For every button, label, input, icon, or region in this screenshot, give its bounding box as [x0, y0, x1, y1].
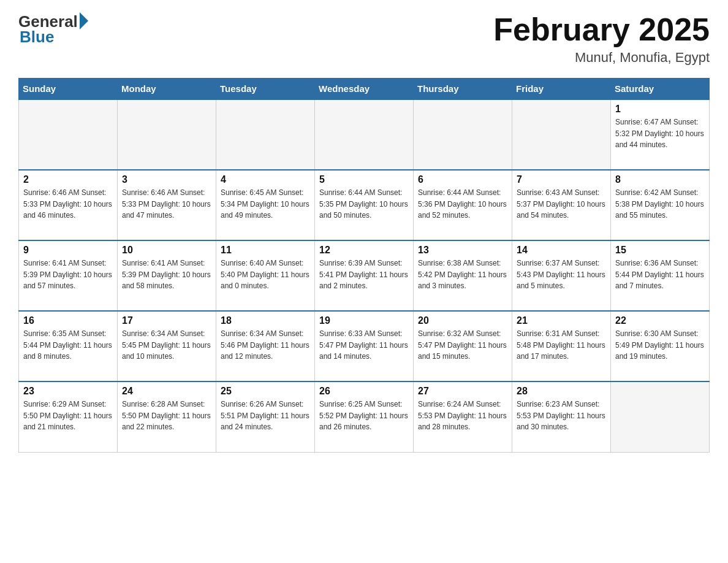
- calendar-cell: 2Sunrise: 6:46 AM Sunset: 5:33 PM Daylig…: [19, 170, 118, 240]
- day-info: Sunrise: 6:45 AM Sunset: 5:34 PM Dayligh…: [221, 187, 310, 221]
- day-number: 8: [615, 174, 705, 185]
- day-info: Sunrise: 6:33 AM Sunset: 5:47 PM Dayligh…: [319, 328, 409, 362]
- month-title: February 2025: [493, 12, 710, 47]
- day-info: Sunrise: 6:40 AM Sunset: 5:40 PM Dayligh…: [221, 258, 310, 292]
- calendar-cell: 22Sunrise: 6:30 AM Sunset: 5:49 PM Dayli…: [611, 311, 710, 381]
- weekday-header-row: SundayMondayTuesdayWednesdayThursdayFrid…: [19, 79, 710, 100]
- calendar-cell: 15Sunrise: 6:36 AM Sunset: 5:44 PM Dayli…: [611, 240, 710, 311]
- title-block: February 2025 Munuf, Monufia, Egypt: [493, 12, 710, 66]
- day-info: Sunrise: 6:47 AM Sunset: 5:32 PM Dayligh…: [615, 117, 705, 151]
- day-number: 23: [23, 386, 113, 397]
- logo-blue-text: Blue: [18, 28, 54, 47]
- day-info: Sunrise: 6:46 AM Sunset: 5:33 PM Dayligh…: [23, 187, 113, 221]
- day-number: 26: [319, 386, 409, 397]
- calendar-cell: 21Sunrise: 6:31 AM Sunset: 5:48 PM Dayli…: [512, 311, 611, 381]
- day-info: Sunrise: 6:24 AM Sunset: 5:53 PM Dayligh…: [418, 399, 507, 433]
- calendar-cell: 7Sunrise: 6:43 AM Sunset: 5:37 PM Daylig…: [512, 170, 611, 240]
- day-number: 10: [122, 245, 211, 256]
- day-number: 28: [517, 386, 606, 397]
- day-number: 7: [517, 174, 606, 185]
- day-info: Sunrise: 6:39 AM Sunset: 5:41 PM Dayligh…: [319, 258, 409, 292]
- day-number: 9: [23, 245, 113, 256]
- calendar-cell: 8Sunrise: 6:42 AM Sunset: 5:38 PM Daylig…: [611, 170, 710, 240]
- day-number: 4: [221, 174, 310, 185]
- day-info: Sunrise: 6:28 AM Sunset: 5:50 PM Dayligh…: [122, 399, 211, 433]
- week-row-1: 1Sunrise: 6:47 AM Sunset: 5:32 PM Daylig…: [19, 99, 710, 170]
- day-number: 20: [418, 315, 507, 326]
- day-info: Sunrise: 6:29 AM Sunset: 5:50 PM Dayligh…: [23, 399, 113, 433]
- calendar-cell: 28Sunrise: 6:23 AM Sunset: 5:53 PM Dayli…: [512, 381, 611, 452]
- calendar-cell: [118, 99, 216, 170]
- day-number: 18: [221, 315, 310, 326]
- calendar-cell: 24Sunrise: 6:28 AM Sunset: 5:50 PM Dayli…: [118, 381, 216, 452]
- calendar-cell: [512, 99, 611, 170]
- week-row-4: 16Sunrise: 6:35 AM Sunset: 5:44 PM Dayli…: [19, 311, 710, 381]
- weekday-header-tuesday: Tuesday: [216, 79, 315, 100]
- page-header: General Blue February 2025 Munuf, Monufi…: [18, 12, 710, 66]
- day-info: Sunrise: 6:31 AM Sunset: 5:48 PM Dayligh…: [517, 328, 606, 362]
- day-info: Sunrise: 6:46 AM Sunset: 5:33 PM Dayligh…: [122, 187, 211, 221]
- day-number: 5: [319, 174, 409, 185]
- calendar-cell: 17Sunrise: 6:34 AM Sunset: 5:45 PM Dayli…: [118, 311, 216, 381]
- calendar-cell: 27Sunrise: 6:24 AM Sunset: 5:53 PM Dayli…: [414, 381, 512, 452]
- day-number: 21: [517, 315, 606, 326]
- day-info: Sunrise: 6:42 AM Sunset: 5:38 PM Dayligh…: [615, 187, 705, 221]
- day-info: Sunrise: 6:41 AM Sunset: 5:39 PM Dayligh…: [23, 258, 113, 292]
- calendar-cell: 12Sunrise: 6:39 AM Sunset: 5:41 PM Dayli…: [315, 240, 414, 311]
- day-info: Sunrise: 6:26 AM Sunset: 5:51 PM Dayligh…: [221, 399, 310, 433]
- week-row-3: 9Sunrise: 6:41 AM Sunset: 5:39 PM Daylig…: [19, 240, 710, 311]
- calendar-cell: 18Sunrise: 6:34 AM Sunset: 5:46 PM Dayli…: [216, 311, 315, 381]
- day-number: 22: [615, 315, 705, 326]
- day-number: 15: [615, 245, 705, 256]
- day-info: Sunrise: 6:34 AM Sunset: 5:46 PM Dayligh…: [221, 328, 310, 362]
- calendar-cell: 26Sunrise: 6:25 AM Sunset: 5:52 PM Dayli…: [315, 381, 414, 452]
- location: Munuf, Monufia, Egypt: [493, 50, 710, 66]
- calendar-cell: [414, 99, 512, 170]
- day-info: Sunrise: 6:35 AM Sunset: 5:44 PM Dayligh…: [23, 328, 113, 362]
- calendar-cell: 6Sunrise: 6:44 AM Sunset: 5:36 PM Daylig…: [414, 170, 512, 240]
- calendar-cell: 4Sunrise: 6:45 AM Sunset: 5:34 PM Daylig…: [216, 170, 315, 240]
- day-number: 19: [319, 315, 409, 326]
- day-number: 1: [615, 104, 705, 115]
- day-info: Sunrise: 6:38 AM Sunset: 5:42 PM Dayligh…: [418, 258, 507, 292]
- calendar-cell: [315, 99, 414, 170]
- calendar-cell: 20Sunrise: 6:32 AM Sunset: 5:47 PM Dayli…: [414, 311, 512, 381]
- day-info: Sunrise: 6:44 AM Sunset: 5:35 PM Dayligh…: [319, 187, 409, 221]
- day-number: 17: [122, 315, 211, 326]
- weekday-header-sunday: Sunday: [19, 79, 118, 100]
- calendar-cell: 13Sunrise: 6:38 AM Sunset: 5:42 PM Dayli…: [414, 240, 512, 311]
- day-number: 13: [418, 245, 507, 256]
- calendar-cell: 9Sunrise: 6:41 AM Sunset: 5:39 PM Daylig…: [19, 240, 118, 311]
- calendar-cell: 1Sunrise: 6:47 AM Sunset: 5:32 PM Daylig…: [611, 99, 710, 170]
- day-info: Sunrise: 6:25 AM Sunset: 5:52 PM Dayligh…: [319, 399, 409, 433]
- day-number: 24: [122, 386, 211, 397]
- day-number: 11: [221, 245, 310, 256]
- calendar-cell: [19, 99, 118, 170]
- day-number: 25: [221, 386, 310, 397]
- calendar-cell: 11Sunrise: 6:40 AM Sunset: 5:40 PM Dayli…: [216, 240, 315, 311]
- calendar-cell: 3Sunrise: 6:46 AM Sunset: 5:33 PM Daylig…: [118, 170, 216, 240]
- day-number: 2: [23, 174, 113, 185]
- calendar-table: SundayMondayTuesdayWednesdayThursdayFrid…: [18, 78, 710, 453]
- day-info: Sunrise: 6:30 AM Sunset: 5:49 PM Dayligh…: [615, 328, 705, 362]
- day-number: 3: [122, 174, 211, 185]
- weekday-header-wednesday: Wednesday: [315, 79, 414, 100]
- calendar-cell: [216, 99, 315, 170]
- logo-arrow-icon: [80, 12, 88, 29]
- calendar-cell: [611, 381, 710, 452]
- calendar-cell: 10Sunrise: 6:41 AM Sunset: 5:39 PM Dayli…: [118, 240, 216, 311]
- day-info: Sunrise: 6:44 AM Sunset: 5:36 PM Dayligh…: [418, 187, 507, 221]
- day-info: Sunrise: 6:23 AM Sunset: 5:53 PM Dayligh…: [517, 399, 606, 433]
- day-number: 16: [23, 315, 113, 326]
- calendar-cell: 19Sunrise: 6:33 AM Sunset: 5:47 PM Dayli…: [315, 311, 414, 381]
- weekday-header-saturday: Saturday: [611, 79, 710, 100]
- day-info: Sunrise: 6:37 AM Sunset: 5:43 PM Dayligh…: [517, 258, 606, 292]
- weekday-header-friday: Friday: [512, 79, 611, 100]
- day-number: 27: [418, 386, 507, 397]
- calendar-cell: 25Sunrise: 6:26 AM Sunset: 5:51 PM Dayli…: [216, 381, 315, 452]
- day-number: 14: [517, 245, 606, 256]
- day-info: Sunrise: 6:32 AM Sunset: 5:47 PM Dayligh…: [418, 328, 507, 362]
- day-number: 6: [418, 174, 507, 185]
- day-info: Sunrise: 6:34 AM Sunset: 5:45 PM Dayligh…: [122, 328, 211, 362]
- calendar-cell: 16Sunrise: 6:35 AM Sunset: 5:44 PM Dayli…: [19, 311, 118, 381]
